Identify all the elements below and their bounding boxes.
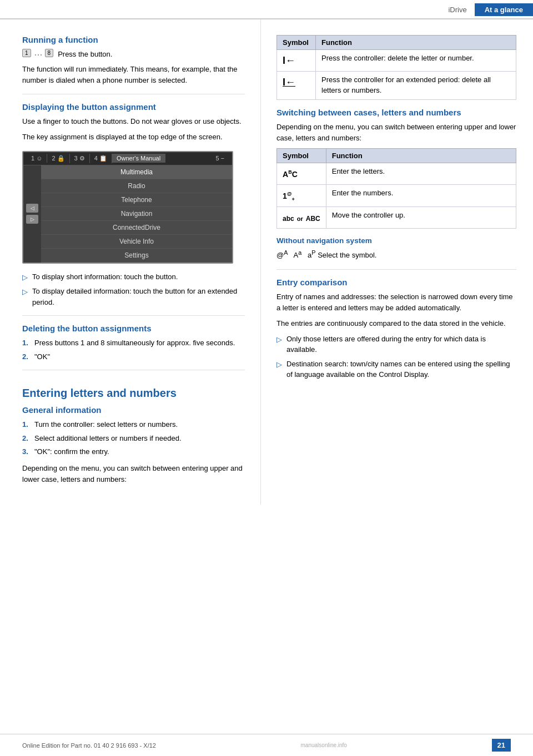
running-para2: The function will run immediately. This … bbox=[22, 64, 245, 86]
footer: Online Edition for Part no. 01 40 2 916 … bbox=[0, 734, 533, 756]
divider-right-1 bbox=[276, 269, 516, 270]
screen-tab-2: 2 🔒 bbox=[47, 154, 69, 163]
general-steps: 1. Turn the controller: select letters o… bbox=[22, 419, 245, 457]
sym-table-2-row-2-function: Enter the numbers. bbox=[326, 185, 516, 207]
without-nav-label: Without navigation system bbox=[276, 236, 516, 245]
sym-table-2-row-2: 1@+ Enter the numbers. bbox=[277, 185, 516, 207]
deleting-step-2-text: "OK" bbox=[34, 351, 50, 362]
displaying-para2: The key assignment is displayed at the t… bbox=[22, 132, 245, 143]
sym-table-1-row-2: I← Press the controller for an extended … bbox=[277, 72, 516, 100]
divider-3 bbox=[22, 370, 245, 370]
displaying-title: Displaying the button assignment bbox=[22, 102, 245, 112]
screen-menu-radio: Radio bbox=[41, 179, 232, 193]
divider-1 bbox=[22, 94, 245, 94]
screen-menu-multimedia: Multimedia bbox=[41, 165, 232, 179]
general-step-1-num: 1. bbox=[22, 419, 34, 430]
general-section: General information 1. Turn the controll… bbox=[22, 405, 245, 485]
without-nav-desc: Select the symbol. bbox=[318, 251, 376, 259]
left-column: Running a function 1 ··· 8 Press the but… bbox=[0, 19, 261, 505]
sym-table-1-col-function: Function bbox=[316, 36, 516, 50]
screen-top-bar: 1 ☺ 2 🔒 3 ⚙ 4 📋 Owner's Manual 5 − bbox=[23, 152, 232, 165]
general-step-3-num: 3. bbox=[22, 446, 34, 457]
sym-table-1-col-symbol: Symbol bbox=[277, 36, 316, 50]
header: iDrive At a glance bbox=[0, 0, 533, 19]
general-para1: Depending on the menu, you can switch be… bbox=[22, 463, 245, 485]
bullet-arrow-1: ▷ bbox=[22, 272, 28, 283]
deleting-steps: 1. Press buttons 1 and 8 simultaneously … bbox=[22, 337, 245, 362]
dots-icon: ··· bbox=[34, 49, 43, 61]
entry-comparison-bullet-2: ▷ Destination search: town/city names ca… bbox=[276, 359, 516, 380]
sym-table-1-row-1-function: Press the controller: delete the letter … bbox=[316, 50, 516, 72]
entry-comparison-section: Entry comparison Entry of names and addr… bbox=[276, 278, 516, 380]
screen-menu-navigation: Navigation bbox=[41, 207, 232, 221]
screen-menu-vehicleinfo: Vehicle Info bbox=[41, 235, 232, 249]
header-idrive-label: iDrive bbox=[440, 3, 474, 16]
entry-comparison-bullet-1-text: Only those letters are offered during th… bbox=[286, 334, 516, 355]
button-1-icon: 1 bbox=[22, 49, 31, 57]
deleting-step-2-num: 2. bbox=[22, 351, 34, 362]
header-at-a-glance-label: At a glance bbox=[475, 3, 533, 16]
sym-table-1-row-1: I← Press the controller: delete the lett… bbox=[277, 50, 516, 72]
deleting-title: Deleting the button assignments bbox=[22, 324, 245, 333]
screen-tab-1: 1 ☺ bbox=[27, 154, 47, 163]
screen-tab-5: 5 − bbox=[211, 154, 229, 163]
sym-table-2-row-1: ABC Enter the letters. bbox=[277, 163, 516, 185]
entry-comparison-bullet-2-text: Destination search: town/city names can … bbox=[286, 359, 516, 380]
general-step-2-num: 2. bbox=[22, 433, 34, 444]
entry-comparison-title: Entry comparison bbox=[276, 278, 516, 287]
general-step-2: 2. Select additional letters or numbers … bbox=[22, 433, 245, 444]
sym-table-2-row-3: abc or ABC Move the controller up. bbox=[277, 207, 516, 229]
displaying-bullet-1-text: To display short information: touch the … bbox=[32, 271, 178, 283]
sym-table-2-row-1-function: Enter the letters. bbox=[326, 163, 516, 185]
general-step-2-text: Select additional letters or numbers if … bbox=[34, 433, 182, 444]
displaying-bullet-1: ▷ To display short information: touch th… bbox=[22, 271, 245, 283]
sym-table-2-col-function: Function bbox=[326, 149, 516, 163]
without-nav-symbols: @A Aa aP bbox=[276, 251, 316, 259]
main-content: Running a function 1 ··· 8 Press the but… bbox=[0, 19, 533, 505]
page-number: 21 bbox=[492, 739, 511, 752]
displaying-para1: Use a finger to touch the buttons. Do no… bbox=[22, 116, 245, 127]
displaying-bullet-2: ▷ To display detailed information: touch… bbox=[22, 286, 245, 308]
divider-2 bbox=[22, 315, 245, 316]
screen-menu-telephone: Telephone bbox=[41, 193, 232, 207]
general-step-1: 1. Turn the controller: select letters o… bbox=[22, 419, 245, 430]
screen-menu: Multimedia Radio Telephone Navigation Co… bbox=[41, 165, 232, 263]
displaying-bullets: ▷ To display short information: touch th… bbox=[22, 271, 245, 308]
screen-sidebar: ◁ ▷ bbox=[23, 165, 41, 263]
entry-comparison-bullets: ▷ Only those letters are offered during … bbox=[276, 334, 516, 380]
screen-menu-settings: Settings bbox=[41, 249, 232, 263]
sym-table-2-row-3-symbol: abc or ABC bbox=[277, 207, 326, 229]
sym-table-1-row-2-symbol: I← bbox=[277, 72, 316, 100]
button-8-icon: 8 bbox=[45, 49, 54, 57]
screen-menu-connecteddrive: ConnectedDrive bbox=[41, 221, 232, 235]
sym-table-2-row-2-symbol: 1@+ bbox=[277, 185, 326, 207]
sym-table-1-row-2-function: Press the controller for an extended per… bbox=[316, 72, 516, 100]
sym-table-1-row-1-symbol: I← bbox=[277, 50, 316, 72]
screen-sidebar-right: ▷ bbox=[26, 215, 38, 224]
displaying-bullet-2-text: To display detailed information: touch t… bbox=[32, 286, 245, 308]
displaying-section: Displaying the button assignment Use a f… bbox=[22, 102, 245, 308]
entering-big-title: Entering letters and numbers bbox=[22, 387, 245, 400]
sym-table-2: Symbol Function ABC Enter the letters. 1… bbox=[276, 148, 516, 229]
screen-tab-owners: Owner's Manual bbox=[112, 154, 165, 163]
footer-text: Online Edition for Part no. 01 40 2 916 … bbox=[22, 742, 156, 749]
switching-section: Switching between cases, letters and num… bbox=[276, 108, 516, 229]
screen-body: ◁ ▷ Multimedia Radio Telephone Navigatio… bbox=[23, 165, 232, 263]
sym-table-1: Symbol Function I← Press the controller:… bbox=[276, 35, 516, 100]
entry-comparison-para1: Entry of names and addresses: the select… bbox=[276, 291, 516, 314]
screen-tab-3: 3 ⚙ bbox=[70, 154, 90, 163]
footer-watermark: manualsonline.info bbox=[301, 742, 347, 748]
general-step-1-text: Turn the controller: select letters or n… bbox=[34, 419, 178, 430]
without-nav-text: @A Aa aP Select the symbol. bbox=[276, 248, 516, 261]
running-a-function-section: Running a function 1 ··· 8 Press the but… bbox=[22, 35, 245, 86]
general-title: General information bbox=[22, 405, 245, 415]
right-column: Symbol Function I← Press the controller:… bbox=[261, 19, 533, 505]
screen-tab-4: 4 📋 bbox=[90, 154, 112, 163]
deleting-step-1: 1. Press buttons 1 and 8 simultaneously … bbox=[22, 337, 245, 349]
switching-title: Switching between cases, letters and num… bbox=[276, 108, 516, 117]
entry-bullet-arrow-1: ▷ bbox=[276, 334, 282, 345]
general-step-3: 3. "OK": confirm the entry. bbox=[22, 446, 245, 457]
deleting-step-2: 2. "OK" bbox=[22, 351, 245, 362]
deleting-step-1-text: Press buttons 1 and 8 simultaneously for… bbox=[34, 337, 235, 349]
sym-table-2-col-symbol: Symbol bbox=[277, 149, 326, 163]
